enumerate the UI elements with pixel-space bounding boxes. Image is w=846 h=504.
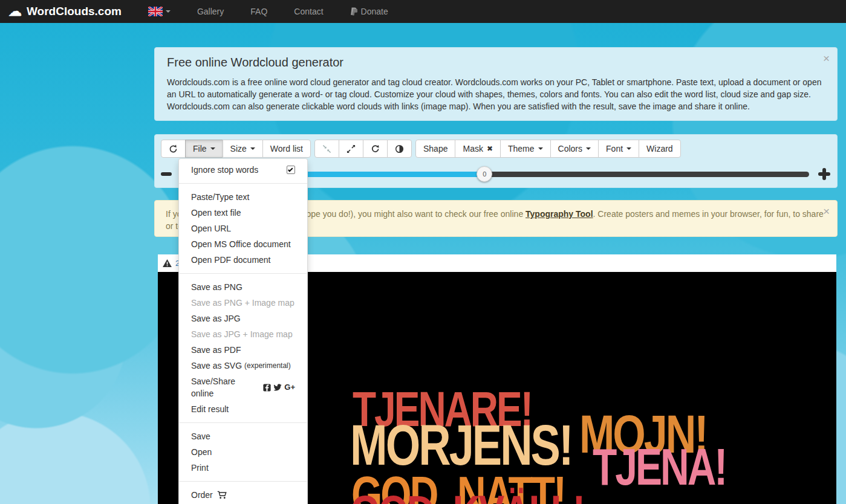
- typography-tool-link[interactable]: Typography Tool: [525, 209, 593, 219]
- nav-item-contact[interactable]: Contact: [294, 7, 323, 16]
- word-list-button-label: Word list: [270, 144, 303, 153]
- increase-size-button[interactable]: [818, 167, 831, 181]
- word-list-button[interactable]: Word list: [262, 140, 311, 158]
- menu-item-open-text-file[interactable]: Open text file: [179, 205, 307, 221]
- size-menu-button[interactable]: Size: [223, 140, 263, 158]
- nav-item-donate[interactable]: Donate: [350, 7, 388, 16]
- menu-item-label: Order: [191, 489, 213, 501]
- expand-icon: [347, 144, 356, 153]
- menu-item-label: Print: [191, 462, 209, 474]
- nav-item-gallery[interactable]: Gallery: [197, 7, 224, 16]
- menu-item-save-as-jpg[interactable]: Save as JPG: [179, 311, 307, 326]
- warning-icon: [163, 259, 172, 267]
- size-slider-handle[interactable]: 0: [477, 166, 492, 182]
- theme-button-label: Theme: [508, 144, 535, 153]
- page-title: Free online Wordcloud generator: [167, 56, 825, 69]
- cloud-icon: ☁: [8, 5, 22, 18]
- menu-item-label: Open URL: [191, 222, 231, 234]
- menu-item-save-as-svg[interactable]: Save as SVG (experimental): [179, 358, 307, 373]
- intro-description: Wordclouds.com is a free online word clo…: [167, 77, 825, 113]
- intro-close-icon[interactable]: ×: [823, 53, 830, 64]
- expand-button[interactable]: [339, 140, 363, 158]
- refresh-button[interactable]: [161, 140, 186, 158]
- style-button-group: Shape Mask ✖ Theme Colors Font Wizard: [415, 140, 681, 158]
- brand-title: WordClouds.com: [27, 5, 122, 18]
- file-dropdown-menu: Ignore stop words Paste/Type text Open t…: [178, 158, 308, 504]
- colors-menu-button[interactable]: Colors: [550, 140, 599, 158]
- menu-item-label: Ignore stop words: [191, 164, 258, 176]
- language-selector[interactable]: [148, 7, 171, 16]
- font-button-label: Font: [606, 144, 623, 153]
- colors-button-label: Colors: [558, 144, 582, 153]
- mask-button[interactable]: Mask ✖: [455, 140, 501, 158]
- menu-item-label: Save as JPG: [191, 312, 241, 325]
- toolbar-button-row: File Size Word list: [161, 140, 831, 158]
- menu-item-order[interactable]: Order: [179, 487, 307, 503]
- file-button-group: File Size Word list: [161, 140, 311, 158]
- menu-item-save-as-png-image-map: Save as PNG + Image map: [179, 295, 307, 311]
- typography-banner-close-icon[interactable]: ×: [823, 205, 830, 217]
- intro-panel: Free online Wordcloud generator Wordclou…: [154, 47, 838, 121]
- menu-item-open-pdf[interactable]: Open PDF document: [179, 252, 307, 268]
- compress-icon: [322, 144, 331, 153]
- menu-item-paste-type-text[interactable]: Paste/Type text: [179, 189, 307, 205]
- rotate-icon: [371, 144, 380, 153]
- chevron-down-icon: [166, 10, 171, 13]
- menu-item-save-as-png[interactable]: Save as PNG: [179, 279, 307, 295]
- minus-icon: [161, 172, 172, 176]
- view-button-group: [314, 140, 412, 158]
- menu-item-save-share-online[interactable]: Save/Share online G+: [179, 373, 307, 401]
- menu-item-label: Save: [191, 430, 210, 442]
- wizard-button[interactable]: Wizard: [639, 140, 681, 158]
- menu-item-ignore-stop-words[interactable]: Ignore stop words: [179, 162, 307, 178]
- clear-mask-icon[interactable]: ✖: [487, 144, 493, 153]
- menu-item-label: Open: [191, 446, 212, 458]
- cloud-word[interactable]: GOD_KVÄLL!: [350, 488, 584, 504]
- decrease-size-button[interactable]: [161, 172, 175, 176]
- refresh-icon: [169, 144, 178, 153]
- menu-item-save[interactable]: Save: [179, 428, 307, 444]
- menu-item-label: Save as PNG: [191, 281, 242, 293]
- menu-item-label: Save as PDF: [191, 344, 241, 356]
- menu-item-save-as-pdf[interactable]: Save as PDF: [179, 342, 307, 358]
- nav-item-donate-label: Donate: [361, 7, 388, 16]
- file-button-label: File: [193, 144, 207, 153]
- menu-item-label: Open PDF document: [191, 254, 271, 266]
- rotate-button[interactable]: [363, 140, 388, 158]
- chevron-down-icon: [250, 147, 255, 150]
- menu-item-label: Paste/Type text: [191, 191, 250, 203]
- chevron-down-icon: [210, 147, 215, 150]
- menu-item-open-url[interactable]: Open URL: [179, 221, 307, 236]
- chevron-down-icon: [586, 147, 591, 150]
- menu-item-open-ms-office[interactable]: Open MS Office document: [179, 236, 307, 252]
- menu-divider: [179, 273, 307, 274]
- theme-menu-button[interactable]: Theme: [500, 140, 551, 158]
- shape-button-label: Shape: [423, 144, 447, 153]
- menu-divider: [179, 422, 307, 423]
- font-menu-button[interactable]: Font: [598, 140, 639, 158]
- menu-item-label: Open text file: [191, 207, 241, 219]
- menu-item-print[interactable]: Print: [179, 460, 307, 476]
- shape-button[interactable]: Shape: [415, 140, 455, 158]
- facebook-icon: [263, 384, 271, 392]
- menu-divider: [179, 481, 307, 482]
- file-menu-button[interactable]: File: [185, 140, 223, 158]
- plus-icon: [822, 168, 826, 180]
- brand-logo[interactable]: ☁ WordClouds.com: [8, 5, 122, 18]
- menu-item-open[interactable]: Open: [179, 444, 307, 460]
- slider-value: 0: [483, 170, 486, 178]
- nav-links: Gallery FAQ Contact Donate: [171, 7, 388, 16]
- menu-item-label: Save as PNG + Image map: [191, 297, 294, 309]
- cloud-word[interactable]: TJENA!: [593, 441, 726, 492]
- shrink-button[interactable]: [314, 140, 339, 158]
- menu-item-edit-result[interactable]: Edit result: [179, 401, 307, 417]
- checkbox-checked-icon[interactable]: [287, 166, 295, 174]
- menu-item-label: Save/Share online: [191, 375, 259, 399]
- mask-button-label: Mask: [463, 144, 483, 153]
- contrast-button[interactable]: [387, 140, 412, 158]
- wizard-button-label: Wizard: [646, 144, 673, 153]
- twitter-icon: [273, 384, 282, 391]
- top-navbar: ☁ WordClouds.com Gallery FAQ Contact Don…: [0, 0, 846, 23]
- nav-item-faq[interactable]: FAQ: [250, 7, 267, 16]
- menu-item-label: Open MS Office document: [191, 238, 291, 250]
